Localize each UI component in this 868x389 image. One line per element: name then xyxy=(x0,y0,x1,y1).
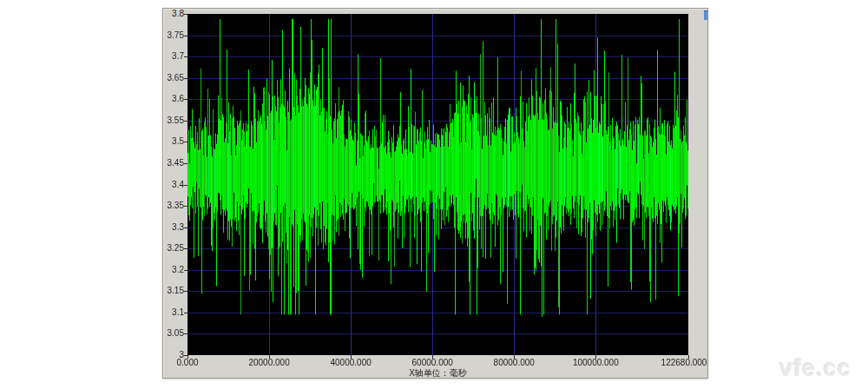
y-tick-label: 3.25 xyxy=(163,243,184,254)
y-tick-label: 3.1 xyxy=(163,307,184,318)
y-tick-mark xyxy=(184,56,187,57)
y-tick-label: 3.75 xyxy=(163,30,184,41)
y-tick-label: 3.3 xyxy=(163,222,184,233)
y-tick-mark xyxy=(184,185,187,186)
y-tick-mark xyxy=(184,333,187,334)
y-tick-label: 3.55 xyxy=(163,115,184,126)
y-tick-label: 3.8 xyxy=(163,9,184,19)
waveform-canvas[interactable] xyxy=(187,14,688,355)
y-tick-mark xyxy=(184,248,187,249)
y-tick-label: 3.6 xyxy=(163,94,184,104)
y-tick-label: 3.45 xyxy=(163,158,184,168)
y-tick-mark xyxy=(184,206,187,207)
y-tick-mark xyxy=(184,227,187,228)
y-tick-label: 3.2 xyxy=(163,265,184,275)
scrollbar-fragment[interactable] xyxy=(704,10,707,20)
y-tick-mark xyxy=(184,291,187,292)
y-tick-mark xyxy=(184,121,187,122)
y-tick-label: 3.35 xyxy=(163,201,184,211)
y-tick-mark xyxy=(184,99,187,100)
y-tick-label: 3.15 xyxy=(163,286,184,296)
chart-panel: 3.83.753.73.653.63.553.53.453.43.353.33.… xyxy=(162,8,708,379)
y-tick-label: 3.5 xyxy=(163,136,184,147)
x-axis-unit-label: X轴单位：毫秒 xyxy=(187,367,688,379)
y-tick-mark xyxy=(184,270,187,271)
y-tick-mark xyxy=(184,36,187,36)
y-tick-label: 3.7 xyxy=(163,51,184,62)
y-tick-mark xyxy=(184,142,187,142)
y-tick-mark xyxy=(184,163,187,164)
y-tick-label: 3.4 xyxy=(163,180,184,190)
plot-area xyxy=(187,14,688,355)
y-tick-mark xyxy=(184,313,187,313)
y-tick-mark xyxy=(184,14,187,15)
y-tick-label: 3.65 xyxy=(163,73,184,83)
y-tick-mark xyxy=(184,78,187,79)
page: 3.83.753.73.653.63.553.53.453.43.353.33.… xyxy=(0,0,868,389)
y-tick-label: 3.05 xyxy=(163,328,184,339)
watermark: vfe.cc xyxy=(779,355,852,382)
